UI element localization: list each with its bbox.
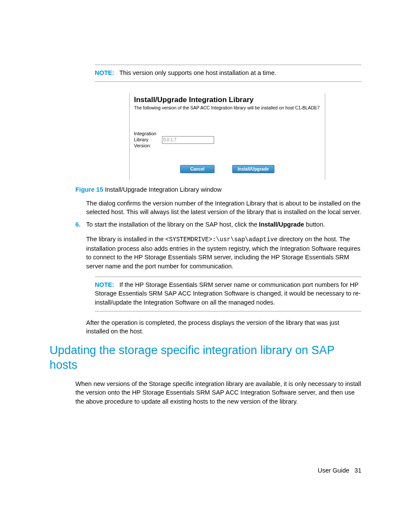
dialog-title: Install/Upgrade Integration Library bbox=[134, 96, 321, 104]
version-input[interactable] bbox=[162, 136, 214, 144]
paragraph-confirm: The dialog confirms the version number o… bbox=[86, 199, 361, 217]
step-bold: Install/Upgrade bbox=[259, 221, 304, 228]
cancel-button[interactable]: Cancel bbox=[180, 165, 215, 173]
note-block-1: NOTE: This version only supports one hos… bbox=[95, 65, 361, 82]
paragraph-install: The library is installed in the <SYSTEMD… bbox=[86, 235, 361, 270]
section-heading: Updating the storage specific integratio… bbox=[50, 343, 361, 373]
figure-caption: Figure 15 Install/Upgrade Integration Li… bbox=[75, 186, 361, 193]
paragraph-update: When new versions of the Storage specifi… bbox=[75, 380, 361, 406]
step-text-b: button. bbox=[304, 221, 325, 228]
note-text-2: If the HP Storage Essentials SRM server … bbox=[95, 281, 361, 306]
paragraph-after: After the operation is completed, the pr… bbox=[86, 318, 361, 336]
note-text: This version only supports one host inst… bbox=[119, 69, 276, 76]
version-field-label: Integration Library Version: bbox=[134, 131, 158, 149]
footer-doc: User Guide bbox=[318, 467, 349, 474]
dialog-subtitle: The following version of the SAP ACC Int… bbox=[134, 105, 321, 110]
page-footer: User Guide 31 bbox=[318, 467, 361, 474]
figure-caption-text: Install/Upgrade Integration Library wind… bbox=[105, 186, 222, 193]
note-label: NOTE: bbox=[95, 69, 114, 76]
note-block-2: NOTE: If the HP Storage Essentials SRM s… bbox=[95, 277, 361, 311]
figure-caption-label: Figure 15 bbox=[75, 186, 103, 193]
install-upgrade-button[interactable]: Install/Upgrade bbox=[232, 165, 274, 173]
step-6: 6. To start the installation of the libr… bbox=[75, 220, 361, 229]
step-number: 6. bbox=[75, 220, 86, 229]
footer-page: 31 bbox=[355, 467, 361, 474]
install-code: <SYSTEMDRIVE>:\usr\sap\adaptive bbox=[165, 236, 277, 243]
note-label-2: NOTE: bbox=[95, 281, 114, 288]
step-text-a: To start the installation of the library… bbox=[86, 221, 259, 228]
install-text-a: The library is installed in the bbox=[86, 236, 165, 243]
figure-screenshot: Install/Upgrade Integration Library The … bbox=[129, 93, 325, 180]
